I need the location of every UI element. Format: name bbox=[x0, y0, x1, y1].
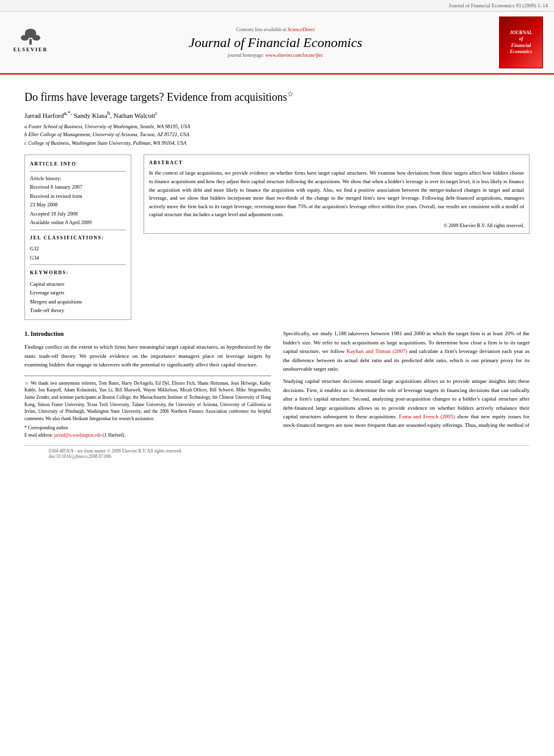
footnote-corresponding: * Corresponding author. bbox=[24, 424, 271, 432]
affil-b: b Eller College of Management, Universit… bbox=[24, 131, 530, 139]
author-a-sup: a,*, bbox=[64, 110, 71, 116]
main-content: Do firms have leverage targets? Evidence… bbox=[0, 75, 554, 471]
article-history-subtitle: Article history: bbox=[30, 174, 126, 183]
article-accepted: Accepted 18 July 2008 bbox=[30, 209, 126, 218]
fama-french-link[interactable]: Fama and French (2005) bbox=[399, 413, 455, 420]
keyword-4: Trade-off theory bbox=[30, 306, 126, 314]
body-content: 1. Introduction Findings conflict on the… bbox=[24, 329, 530, 438]
footnote-email: E-mail address: jarrad@u.washington.edu … bbox=[24, 432, 271, 439]
abstract-column: ABSTRACT In the context of large acquisi… bbox=[144, 154, 530, 320]
sciencedirect-link[interactable]: ScienceDirect bbox=[288, 27, 315, 32]
info-divider-3 bbox=[30, 264, 126, 265]
journal-banner: ELSEVIER Contents lists available at Sci… bbox=[0, 12, 554, 75]
abstract-text: In the context of large acquisitions, we… bbox=[149, 169, 524, 219]
body-col-right: Specifically, we study 1,188 takeovers b… bbox=[283, 329, 530, 438]
footnote-star: ☆ bbox=[24, 380, 31, 386]
keyword-3: Mergers and acquisitions bbox=[30, 297, 126, 306]
elsevier-logo: ELSEVIER bbox=[9, 27, 52, 58]
jel-g34: G34 bbox=[30, 253, 126, 262]
sciencedirect-line: Contents lists available at ScienceDirec… bbox=[52, 27, 499, 32]
journal-homepage-link[interactable]: www.elsevier.com/locate/jfec bbox=[266, 53, 324, 58]
page-container: Journal of Financial Economics 93 (2009)… bbox=[0, 0, 554, 756]
svg-rect-0 bbox=[29, 38, 32, 44]
intro-para-1: Findings conflict on the extent to which… bbox=[24, 343, 271, 369]
footnote-email-link[interactable]: jarrad@u.washington.edu bbox=[54, 432, 101, 438]
authors-line: Jarrad Harforda,*, Sandy Klasab, Nathan … bbox=[24, 110, 530, 119]
info-abstract-section: ARTICLE INFO Article history: Received 8… bbox=[24, 154, 530, 320]
banner-center: Contents lists available at ScienceDirec… bbox=[52, 27, 499, 58]
banner-left: ELSEVIER bbox=[9, 27, 52, 58]
article-available: Available online 8 April 2009 bbox=[30, 218, 126, 227]
author-a-name: Jarrad Harford bbox=[24, 112, 64, 119]
info-divider-2 bbox=[30, 230, 126, 230]
affiliations: a Foster School of Business, University … bbox=[24, 123, 530, 148]
elsevier-text-logo: ELSEVIER bbox=[13, 47, 48, 53]
abstract-box: ABSTRACT In the context of large acquisi… bbox=[144, 154, 530, 234]
article-info-column: ARTICLE INFO Article history: Received 8… bbox=[24, 154, 131, 320]
affil-a: a Foster School of Business, University … bbox=[24, 123, 530, 131]
copyright-line: © 2009 Elsevier B.V. All rights reserved… bbox=[149, 223, 524, 228]
journal-homepage-line: journal homepage: www.elsevier.com/locat… bbox=[52, 53, 499, 58]
author-b-sup: b bbox=[108, 110, 111, 116]
abstract-title: ABSTRACT bbox=[149, 160, 524, 165]
keywords-title: Keywords: bbox=[30, 269, 126, 277]
kayhan-titman-link[interactable]: Kayhan and Titman (2007) bbox=[346, 348, 407, 354]
jfe-cover-image: JOURNALofFinancialEconomics bbox=[499, 16, 543, 68]
section-1-heading: 1. Introduction bbox=[24, 329, 271, 339]
footnote-area: ☆ We thank two anonymous referees, Tom B… bbox=[24, 376, 271, 439]
article-received: Received 8 January 2007 bbox=[30, 183, 126, 191]
article-title: Do firms have leverage targets? Evidence… bbox=[24, 90, 530, 104]
intro-para-3: Studying capital structure decisions aro… bbox=[283, 377, 530, 429]
svg-point-3 bbox=[32, 35, 40, 40]
affil-c: c College of Business, Washington State … bbox=[24, 139, 530, 148]
article-revised: Received in revised form bbox=[30, 192, 126, 200]
keyword-2: Leverage targets bbox=[30, 288, 126, 297]
journal-ref: Journal of Financial Economics 93 (2009)… bbox=[449, 2, 548, 9]
body-col-left: 1. Introduction Findings conflict on the… bbox=[24, 329, 271, 438]
jel-g32: G32 bbox=[30, 244, 126, 253]
journal-header: Journal of Financial Economics 93 (2009)… bbox=[0, 0, 554, 12]
title-star: ☆ bbox=[287, 90, 294, 98]
journal-title-banner: Journal of Financial Economics bbox=[52, 35, 499, 51]
footnote-star-text: ☆ We thank two anonymous referees, Tom B… bbox=[24, 380, 271, 423]
banner-right: JOURNALofFinancialEconomics bbox=[499, 16, 545, 68]
author-c-sup: c bbox=[155, 110, 158, 116]
article-info-title: ARTICLE INFO bbox=[30, 160, 126, 169]
author-b-name: Sandy Klasa bbox=[73, 112, 107, 119]
author-c-name: Nathan Walcott bbox=[114, 112, 155, 119]
keyword-1: Capital structure bbox=[30, 280, 126, 288]
jfe-cover-title: JOURNALofFinancialEconomics bbox=[510, 30, 533, 56]
svg-point-2 bbox=[21, 35, 29, 40]
elsevier-tree-icon bbox=[18, 27, 43, 46]
intro-para-2: Specifically, we study 1,188 takeovers b… bbox=[283, 329, 530, 373]
two-col-body: 1. Introduction Findings conflict on the… bbox=[24, 329, 530, 438]
article-revised-date: 23 May 2008 bbox=[30, 200, 126, 209]
info-divider-1 bbox=[30, 171, 126, 172]
bottom-bar: 0304-405X/$ - see front matter © 2009 El… bbox=[24, 445, 530, 462]
jel-title: JEL classifications: bbox=[30, 234, 126, 242]
article-info-box: ARTICLE INFO Article history: Received 8… bbox=[24, 154, 131, 320]
